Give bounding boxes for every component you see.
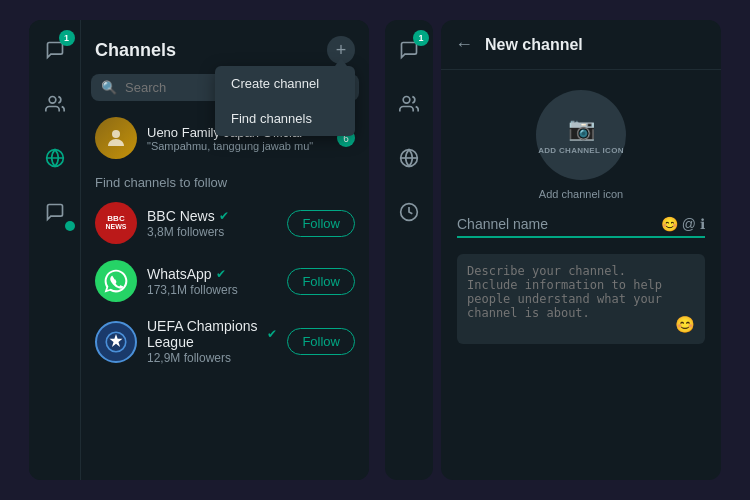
whatsapp-channel-name: WhatsApp [147, 266, 212, 282]
channel-desc-wrapper: 😊 [457, 254, 705, 344]
right-section: 1 ← New channel [385, 20, 721, 480]
sidebar-icon-status[interactable] [37, 194, 73, 230]
sidebar-icon-channels[interactable] [37, 140, 73, 176]
find-channels-label: Find channels to follow [81, 167, 369, 194]
svg-point-3 [112, 130, 120, 138]
right-chat-badge: 1 [413, 30, 429, 46]
uefa-verified-icon: ✔ [267, 327, 277, 341]
create-channel-item[interactable]: Create channel [215, 66, 355, 101]
right-sidebar-contacts-icon[interactable] [391, 86, 427, 122]
status-badge-dot [65, 221, 75, 231]
channel-name-wrapper: 😊 @ ℹ [457, 216, 705, 238]
left-panel: 1 Channels + [29, 20, 369, 480]
uefa-channel-info: UEFA Champions League ✔ 12,9M followers [147, 318, 277, 365]
new-channel-header: ← New channel [441, 20, 721, 70]
dropdown-menu: Create channel Find channels [215, 66, 355, 136]
uefa-channel-item[interactable]: UEFA Champions League ✔ 12,9M followers … [81, 310, 369, 373]
bbc-name-row: BBC News ✔ [147, 208, 277, 224]
bbc-follow-button[interactable]: Follow [287, 210, 355, 237]
camera-icon: 📷 [568, 116, 595, 142]
new-channel-panel: ← New channel 📷 ADD CHANNEL ICON Add cha… [441, 20, 721, 480]
sidebar-icon-chat[interactable]: 1 [37, 32, 73, 68]
add-channel-icon-tooltip: Add channel icon [539, 188, 623, 200]
channel-desc-input[interactable] [467, 264, 669, 334]
bbc-channel-info: BBC News ✔ 3,8M followers [147, 208, 277, 239]
main-content: Channels + Create channel Find channels … [81, 20, 369, 480]
info-icon: ℹ [700, 216, 705, 232]
right-sidebar-globe-icon[interactable] [391, 140, 427, 176]
channels-title: Channels [95, 40, 176, 61]
uefa-follow-button[interactable]: Follow [287, 328, 355, 355]
add-icon-label: ADD CHANNEL ICON [538, 146, 624, 155]
bbc-verified-icon: ✔ [219, 209, 229, 223]
right-sidebar-status-icon[interactable] [391, 194, 427, 230]
whatsapp-channel-item[interactable]: WhatsApp ✔ 173,1M followers Follow [81, 252, 369, 310]
bbc-followers: 3,8M followers [147, 225, 277, 239]
whatsapp-follow-button[interactable]: Follow [287, 268, 355, 295]
new-channel-title: New channel [485, 36, 583, 54]
whatsapp-verified-icon: ✔ [216, 267, 226, 281]
right-sidebar: 1 [385, 20, 433, 480]
chat-badge: 1 [59, 30, 75, 46]
bbc-channel-name: BBC News [147, 208, 215, 224]
whatsapp-name-row: WhatsApp ✔ [147, 266, 277, 282]
channel-name-input-icons: 😊 @ ℹ [661, 216, 705, 232]
whatsapp-channel-info: WhatsApp ✔ 173,1M followers [147, 266, 277, 297]
svg-point-0 [49, 97, 56, 104]
dropdown-arrow [335, 58, 347, 66]
uefa-avatar [95, 321, 137, 363]
search-icon: 🔍 [101, 80, 117, 95]
ueno-avatar [95, 117, 137, 159]
at-icon: @ [682, 216, 696, 232]
right-sidebar-chat-icon[interactable]: 1 [391, 32, 427, 68]
whatsapp-avatar [95, 260, 137, 302]
emoji-icon: 😊 [661, 216, 678, 232]
ueno-channel-sub: "Sampahmu, tanggung jawab mu" [147, 140, 313, 152]
add-channel-icon-button[interactable]: 📷 ADD CHANNEL ICON [536, 90, 626, 180]
back-arrow-icon[interactable]: ← [455, 34, 473, 55]
bbc-avatar: BBC NEWS [95, 202, 137, 244]
uefa-channel-name: UEFA Champions League [147, 318, 263, 350]
left-sidebar: 1 [29, 20, 81, 480]
desc-emoji-icon: 😊 [675, 315, 695, 334]
new-channel-body: 📷 ADD CHANNEL ICON Add channel icon 😊 @ … [441, 70, 721, 480]
svg-point-6 [403, 97, 410, 104]
bbc-news-channel-item[interactable]: BBC NEWS BBC News ✔ 3,8M followers Follo… [81, 194, 369, 252]
sidebar-icon-contacts[interactable] [37, 86, 73, 122]
uefa-name-row: UEFA Champions League ✔ [147, 318, 277, 350]
uefa-followers: 12,9M followers [147, 351, 277, 365]
channel-name-input[interactable] [457, 216, 655, 232]
find-channels-item[interactable]: Find channels [215, 101, 355, 136]
whatsapp-followers: 173,1M followers [147, 283, 277, 297]
